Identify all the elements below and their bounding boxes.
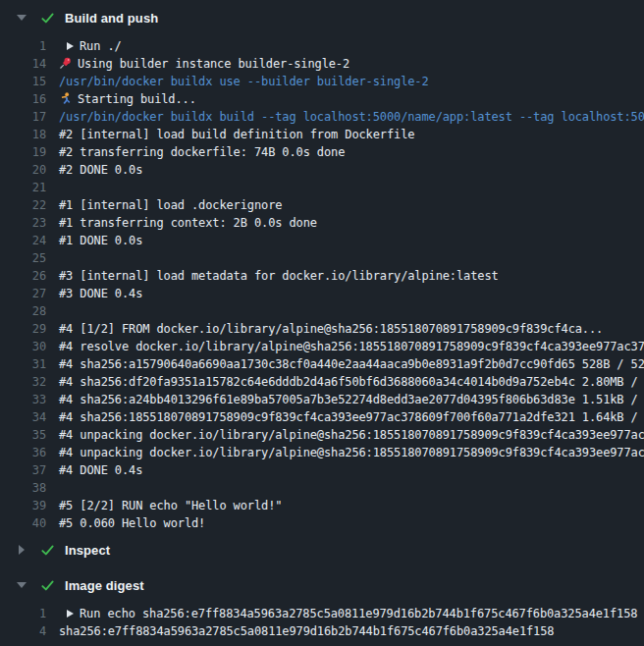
- log-text: Starting build...: [78, 92, 196, 106]
- log-line-content: #2 [internal] load build definition from…: [46, 126, 644, 143]
- line-number[interactable]: 35: [0, 426, 46, 444]
- line-number[interactable]: 23: [0, 214, 46, 232]
- expand-log-group-icon[interactable]: [67, 610, 74, 618]
- log-text: /usr/bin/docker buildx use --builder bui…: [59, 75, 429, 88]
- log-line: 40#5 0.060 Hello world!: [0, 514, 644, 532]
- log-text: #3 [internal] load metadata for docker.i…: [59, 269, 499, 283]
- section-header-inspect[interactable]: Inspect: [0, 532, 644, 567]
- line-number[interactable]: 31: [0, 355, 46, 373]
- log-line-content: #4 unpacking docker.io/library/alpine@sh…: [46, 426, 644, 444]
- log-text: #2 DONE 0.0s: [59, 163, 142, 177]
- log-line: 21: [0, 179, 644, 196]
- check-icon: [40, 578, 55, 593]
- log-line: 35#4 unpacking docker.io/library/alpine@…: [0, 426, 644, 444]
- log-line: 4sha256:e7ff8834a5963a2785c5a0811e979d16…: [0, 622, 644, 640]
- log-text: #1 [internal] load .dockerignore: [59, 198, 282, 212]
- log-line: 37#4 DONE 0.4s: [0, 461, 644, 479]
- line-number[interactable]: 14: [0, 55, 46, 73]
- log-section-image-digest: Image digest1Run echo sha256:e7ff8834a59…: [0, 567, 644, 640]
- log-line-content: Using builder instance builder-single-2: [46, 55, 644, 73]
- line-number[interactable]: 39: [0, 497, 46, 514]
- log-line-content: #4 sha256:185518070891758909c9f839cf4ca3…: [46, 408, 644, 426]
- log-line-content: #1 DONE 0.0s: [46, 232, 644, 249]
- log-line-content: Starting build...: [46, 90, 644, 108]
- line-number[interactable]: 24: [0, 232, 46, 249]
- line-number[interactable]: 29: [0, 320, 46, 338]
- line-number[interactable]: 40: [0, 514, 46, 532]
- check-icon: [40, 543, 55, 558]
- section-title: Image digest: [65, 578, 144, 593]
- line-number[interactable]: 16: [0, 90, 46, 108]
- line-number[interactable]: 28: [0, 302, 46, 320]
- line-number[interactable]: 26: [0, 267, 46, 285]
- line-number[interactable]: 18: [0, 126, 46, 143]
- log-line: 14Using builder instance builder-single-…: [0, 55, 644, 73]
- section-header-build-and-push[interactable]: Build and push: [0, 0, 644, 35]
- line-number[interactable]: 37: [0, 461, 46, 479]
- log-line: 17/usr/bin/docker buildx build --tag loc…: [0, 108, 644, 126]
- line-number[interactable]: 32: [0, 373, 46, 391]
- section-title: Build and push: [65, 11, 158, 26]
- log-text: Using builder instance builder-single-2: [78, 57, 349, 71]
- log-line-content: #4 sha256:a24bb4013296f61e89ba57005a7b3e…: [46, 391, 644, 408]
- log-line: 38: [0, 479, 644, 497]
- log-line-content: #5 0.060 Hello world!: [46, 514, 644, 532]
- log-text: #4 unpacking docker.io/library/alpine@sh…: [59, 446, 644, 459]
- line-number[interactable]: 1: [0, 37, 46, 55]
- log-line-content: #2 DONE 0.0s: [46, 161, 644, 179]
- log-line-content: #3 [internal] load metadata for docker.i…: [46, 267, 644, 285]
- expand-log-group-icon[interactable]: [67, 42, 74, 50]
- section-header-image-digest[interactable]: Image digest: [0, 567, 644, 603]
- line-number[interactable]: 20: [0, 161, 46, 179]
- log-line-content: [46, 302, 644, 320]
- log-line: 39#5 [2/2] RUN echo "Hello world!": [0, 497, 644, 514]
- log-text: #4 unpacking docker.io/library/alpine@sh…: [59, 428, 644, 442]
- log-text: #4 [1/2] FROM docker.io/library/alpine@s…: [59, 322, 603, 336]
- line-number[interactable]: 34: [0, 408, 46, 426]
- log-text: #1 transferring context: 2B 0.0s done: [59, 216, 317, 230]
- log-text: /usr/bin/docker buildx build --tag local…: [59, 110, 644, 124]
- line-number[interactable]: 21: [0, 179, 46, 196]
- pushpin-icon: [59, 57, 72, 70]
- log-line-content: /usr/bin/docker buildx build --tag local…: [46, 108, 644, 126]
- runner-icon: [59, 92, 72, 105]
- line-number[interactable]: 17: [0, 108, 46, 126]
- log-line-content: sha256:e7ff8834a5963a2785c5a0811e979d16b…: [46, 622, 644, 640]
- chevron-right-icon: [17, 545, 27, 555]
- log-text: #4 sha256:185518070891758909c9f839cf4ca3…: [59, 410, 644, 424]
- line-number[interactable]: 27: [0, 285, 46, 302]
- log-line: 25: [0, 249, 644, 267]
- log-line-content: #4 DONE 0.4s: [46, 461, 644, 479]
- log-line: 26#3 [internal] load metadata for docker…: [0, 267, 644, 285]
- log-line: 20#2 DONE 0.0s: [0, 161, 644, 179]
- log-line-content: #4 sha256:a15790640a6690aa1730c38cf0a440…: [46, 355, 644, 373]
- log-text: sha256:e7ff8834a5963a2785c5a0811e979d16b…: [59, 624, 554, 638]
- log-section-build-and-push: Build and push1Run ./14Using builder ins…: [0, 0, 644, 532]
- log-line: 1Run ./: [0, 37, 644, 55]
- line-number[interactable]: 30: [0, 338, 46, 355]
- log-line: 30#4 resolve docker.io/library/alpine@sh…: [0, 338, 644, 355]
- line-number[interactable]: 22: [0, 196, 46, 214]
- log-text: #2 transferring dockerfile: 74B 0.0s don…: [59, 145, 345, 159]
- section-title: Inspect: [65, 543, 110, 558]
- log-text: #5 [2/2] RUN echo "Hello world!": [59, 499, 282, 512]
- log-line: 34#4 sha256:185518070891758909c9f839cf4c…: [0, 408, 644, 426]
- line-number[interactable]: 38: [0, 479, 46, 497]
- log-line: 18#2 [internal] load build definition fr…: [0, 126, 644, 143]
- log-text: Run echo sha256:e7ff8834a5963a2785c5a081…: [80, 607, 637, 620]
- log-line: 1Run echo sha256:e7ff8834a5963a2785c5a08…: [0, 605, 644, 622]
- log-line-content: #4 unpacking docker.io/library/alpine@sh…: [46, 444, 644, 461]
- line-number[interactable]: 25: [0, 249, 46, 267]
- line-number[interactable]: 4: [0, 622, 46, 640]
- log-line: 36#4 unpacking docker.io/library/alpine@…: [0, 444, 644, 461]
- log-line: 32#4 sha256:df20fa9351a15782c64e6dddb2d4…: [0, 373, 644, 391]
- log-line: 33#4 sha256:a24bb4013296f61e89ba57005a7b…: [0, 391, 644, 408]
- log-line: 29#4 [1/2] FROM docker.io/library/alpine…: [0, 320, 644, 338]
- log-line-content: Run echo sha256:e7ff8834a5963a2785c5a081…: [46, 605, 644, 622]
- line-number[interactable]: 15: [0, 73, 46, 90]
- line-number[interactable]: 33: [0, 391, 46, 408]
- line-number[interactable]: 19: [0, 143, 46, 161]
- log-line-content: #1 transferring context: 2B 0.0s done: [46, 214, 644, 232]
- line-number[interactable]: 36: [0, 444, 46, 461]
- line-number[interactable]: 1: [0, 605, 46, 622]
